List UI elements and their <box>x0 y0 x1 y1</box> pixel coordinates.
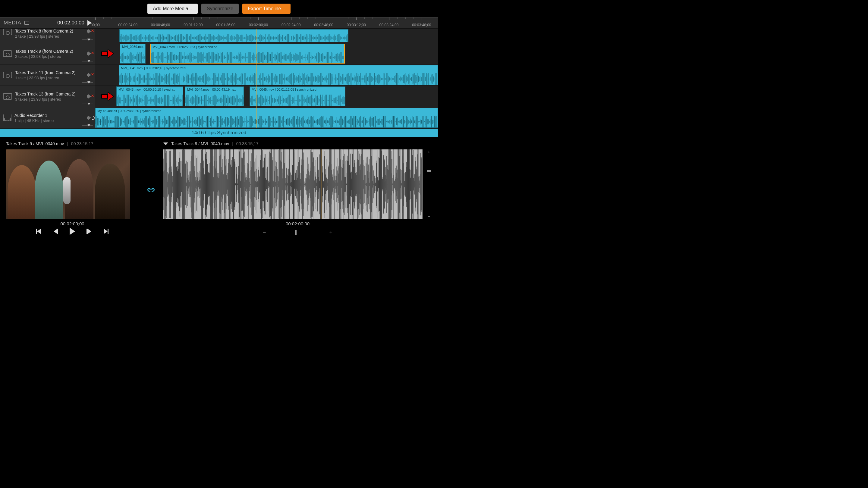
sync-status-bar: 14/16 Clips Synchronized <box>0 129 438 137</box>
left-viewer-title: Takes Track 9 / MVI_0040.mov <box>6 141 64 146</box>
lower-panel: Takes Track 9 / MVI_0040.mov | 00:33:15;… <box>0 137 438 240</box>
mute-button[interactable]: ✕ <box>87 94 92 99</box>
clip[interactable]: MVI_0040.mov | 00:02:25;23 | synchronize… <box>150 44 345 64</box>
left-viewer: Takes Track 9 / MVI_0040.mov | 00:33:15;… <box>6 140 138 240</box>
zoom-out-horiz-icon[interactable]: − <box>263 229 266 235</box>
mute-button[interactable]: ✕ <box>87 72 92 78</box>
right-viewer-title: Takes Track 9 / MVI_0040.mov <box>171 141 229 146</box>
track-row: Takes Track 13 (from Camera 2)3 takes | … <box>0 86 438 107</box>
vertical-zoom-slider[interactable]: + − <box>426 150 432 219</box>
track-row: Takes Track 8 (from Camera 2)1 take | 23… <box>0 29 438 43</box>
media-label: MEDIA <box>4 20 22 26</box>
track-name: Takes Track 13 (from Camera 2) <box>15 92 76 96</box>
zoom-in-horiz-icon[interactable]: + <box>330 229 333 235</box>
track-meta: 1 take | 23.98 fps | stereo <box>15 76 76 80</box>
clip-label: My 45 48k.aif | 00:02:43.960 | synchroni… <box>96 108 438 113</box>
camera-icon <box>3 29 12 35</box>
clip[interactable]: MVI_0039.mo.. <box>120 44 146 64</box>
media-header: MEDIA 00:02:00;00 <box>0 18 95 28</box>
go-to-end-button[interactable] <box>103 228 110 235</box>
export-timeline-button[interactable]: Export Timeline... <box>242 4 290 14</box>
left-viewer-timecode: 00:33:15;17 <box>71 141 93 146</box>
time-ruler[interactable]: 00;0000:00:24;0000:00:48;0000:01:12;0000… <box>95 18 438 28</box>
clip[interactable]: MVI_0045.mov | 00:01:12;05 | synchronize… <box>250 87 345 106</box>
clip-label: MVI_0045.mov | 00:01:12;05 | synchronize… <box>250 87 345 92</box>
track-name: Takes Track 11 (from Camera 2) <box>15 70 76 75</box>
track-name: Takes Track 9 (from Camera 2) <box>15 49 73 54</box>
clip-label <box>120 30 348 31</box>
annotation-arrow <box>95 86 119 107</box>
zoom-in-vert-icon[interactable]: + <box>427 150 430 155</box>
volume-slider[interactable] <box>82 60 93 62</box>
horizontal-zoom-slider[interactable]: − + <box>163 229 432 235</box>
track-lane[interactable]: My 45 48k.aif | 00:02:43.960 | synchroni… <box>95 107 438 128</box>
volume-slider[interactable] <box>82 124 93 127</box>
video-preview[interactable] <box>6 150 130 219</box>
track-lane[interactable]: MVI_0041.mov | 00:03:02;16 | synchronize… <box>95 64 438 86</box>
link-icon[interactable] <box>147 187 155 194</box>
clip-label: MVI_0040.mov | 00:02:25;23 | synchronize… <box>151 44 344 50</box>
track-meta: 1 clip | 48 KHz | stereo <box>14 119 54 123</box>
right-viewer: Takes Track 9 / MVI_0040.mov | 00:33:15;… <box>163 140 432 240</box>
zoom-out-vert-icon[interactable]: − <box>427 214 430 219</box>
viewer-dropdown-icon[interactable] <box>163 142 168 145</box>
tracks-area: Takes Track 8 (from Camera 2)1 take | 23… <box>0 29 438 129</box>
go-to-start-button[interactable] <box>35 228 42 235</box>
clip-label: MVI_0043.mov | 00:00:50;10 | synchr.. <box>117 87 183 92</box>
track-lane[interactable]: MVI_0039.mo..MVI_0040.mov | 00:02:25;23 … <box>95 43 438 64</box>
clip[interactable]: MVI_0044.mov | 00:00:43;19 | s.. <box>185 87 244 106</box>
clip[interactable] <box>119 29 348 42</box>
track-lane[interactable] <box>95 29 438 43</box>
track-header[interactable]: Takes Track 9 (from Camera 2)2 takes | 2… <box>0 43 95 64</box>
track-meta: 3 takes | 23.98 fps | stereo <box>15 97 76 101</box>
track-header[interactable]: Audio Recorder 11 clip | 48 KHz | stereo <box>0 107 95 128</box>
clip-label: MVI_0041.mov | 00:03:02;16 | synchronize… <box>119 65 438 71</box>
track-row: Audio Recorder 11 clip | 48 KHz | stereo… <box>0 107 438 129</box>
camera-icon <box>3 72 12 78</box>
annotation-arrow <box>95 43 119 64</box>
track-header[interactable]: Takes Track 13 (from Camera 2)3 takes | … <box>0 86 95 107</box>
step-back-button[interactable] <box>52 228 59 235</box>
camera-icon <box>3 50 12 57</box>
track-meta: 2 takes | 23.98 fps | stereo <box>15 54 73 59</box>
clip[interactable]: MVI_0043.mov | 00:00:50;10 | synchr.. <box>116 87 183 106</box>
mute-button[interactable]: ✕ <box>87 51 92 56</box>
track-row: Takes Track 11 (from Camera 2)1 take | 2… <box>0 64 438 86</box>
waveform-playhead <box>321 150 322 219</box>
clip-label: MVI_0039.mo.. <box>120 44 145 50</box>
step-forward-button[interactable] <box>86 228 93 235</box>
clip-label: MVI_0044.mov | 00:00:43;19 | s.. <box>185 87 244 92</box>
volume-slider[interactable] <box>82 82 93 84</box>
volume-slider[interactable] <box>82 103 93 105</box>
camera-icon <box>3 93 12 100</box>
mute-button[interactable]: ✕ <box>87 29 92 34</box>
track-header[interactable]: Takes Track 11 (from Camera 2)1 take | 2… <box>0 64 95 86</box>
add-media-button[interactable]: Add More Media... <box>147 4 198 14</box>
right-viewer-timecode: 00:33:15;17 <box>236 141 258 146</box>
clip[interactable]: MVI_0041.mov | 00:03:02;16 | synchronize… <box>119 65 438 85</box>
track-row: Takes Track 9 (from Camera 2)2 takes | 2… <box>0 43 438 64</box>
track-lane[interactable]: MVI_0043.mov | 00:00:50;10 | synchr..MVI… <box>95 86 438 107</box>
track-name: Audio Recorder 1 <box>14 113 54 118</box>
volume-slider[interactable] <box>82 38 93 41</box>
ruler-row: MEDIA 00:02:00;00 00;0000:00:24;0000:00:… <box>0 17 438 29</box>
mute-button[interactable] <box>87 115 92 121</box>
track-name: Takes Track 8 (from Camera 2) <box>15 29 73 33</box>
monitor-icon <box>24 21 29 25</box>
track-header[interactable]: Takes Track 8 (from Camera 2)1 take | 23… <box>0 29 95 43</box>
top-toolbar: Add More Media... Synchronize Export Tim… <box>0 0 438 17</box>
play-button[interactable] <box>69 228 76 235</box>
synchronize-button[interactable]: Synchronize <box>201 4 239 14</box>
clip[interactable]: My 45 48k.aif | 00:02:43.960 | synchroni… <box>95 108 438 128</box>
media-timecode: 00:02:00;00 <box>57 20 84 26</box>
waveform-preview[interactable] <box>163 150 423 219</box>
transport-controls <box>6 228 138 235</box>
track-meta: 1 take | 23.98 fps | stereo <box>15 34 73 38</box>
left-playhead-timecode: 00:02:00;00 <box>6 221 138 226</box>
headphones-icon <box>3 115 11 121</box>
right-playhead-timecode: 00:02:00;00 <box>163 221 432 226</box>
